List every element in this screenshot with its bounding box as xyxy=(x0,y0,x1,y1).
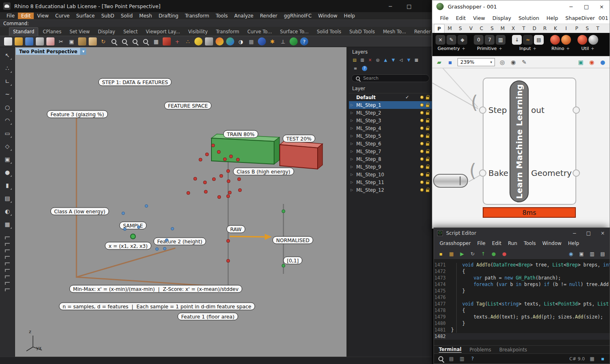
gh-util-steel-ball-icon[interactable] xyxy=(588,35,598,45)
layer-row-ml-step-12[interactable]: ▷ML_Step_12 xyxy=(349,186,432,194)
rotate-view-icon[interactable]: ↻ xyxy=(99,37,107,46)
se-search-icon[interactable] xyxy=(438,355,444,362)
layer-lock-icon[interactable] xyxy=(426,128,429,130)
code-line-1473[interactable]: 1473 var path = new GH_Path(branch); xyxy=(434,275,610,281)
shaded-view-icon[interactable] xyxy=(258,37,266,46)
layer-row-ml-step-3[interactable]: ▷ML_Step_3 xyxy=(349,117,432,124)
panel-tab-mark[interactable] xyxy=(5,262,10,265)
layer-lock-icon[interactable] xyxy=(426,174,429,177)
expand-caret-icon[interactable]: ▷ xyxy=(351,142,354,145)
layer-lock-icon[interactable] xyxy=(426,182,429,184)
menu-help[interactable]: Help xyxy=(341,13,358,19)
gh-menu-help[interactable]: Help xyxy=(543,14,562,22)
gh-group-expand-icon[interactable]: + xyxy=(533,46,536,51)
menu-tools[interactable]: Tools xyxy=(212,13,231,19)
gh-category-tab-m-1[interactable]: M xyxy=(444,24,455,33)
layer-visibility-bulb-icon[interactable] xyxy=(420,126,424,130)
code-line-1476[interactable]: 1476 xyxy=(434,294,610,301)
se-split-columns-icon[interactable]: ▥ xyxy=(589,251,595,257)
delete-layer-icon[interactable]: × xyxy=(367,56,373,63)
se-menu-file[interactable]: File xyxy=(474,240,489,247)
code-line-1480[interactable]: 1480 } xyxy=(434,320,610,327)
toolbar-tab-display[interactable]: Display xyxy=(94,28,119,36)
gh-category-tab-p-0[interactable]: P xyxy=(434,24,444,33)
se-package-icon[interactable]: ▦ xyxy=(448,251,455,257)
se-step-icon[interactable]: ↑ xyxy=(480,251,486,257)
panel-tab-mark[interactable] xyxy=(5,243,10,246)
cut-icon[interactable]: ✂ xyxy=(57,37,65,46)
code-line-1475[interactable]: 1475 } xyxy=(434,288,610,294)
code-line-1481[interactable]: 1481} xyxy=(434,327,610,333)
chevron-down-icon[interactable]: ▼ xyxy=(80,48,86,55)
se-maximize-button[interactable]: □ xyxy=(586,230,591,236)
menu-surface[interactable]: Surface xyxy=(73,13,98,19)
layer-visibility-bulb-icon[interactable] xyxy=(420,103,424,107)
gh-panel-icon[interactable]: ▤ xyxy=(534,35,544,45)
se-split-rows-icon[interactable]: ▤ xyxy=(599,251,606,257)
gh-output-grip[interactable] xyxy=(573,106,580,114)
gh-category-tab-s-14[interactable]: S xyxy=(582,24,593,33)
rectangle-tool-icon[interactable]: ▭ xyxy=(2,128,12,138)
layers-help-icon[interactable]: ? xyxy=(362,66,367,71)
se-menu-window[interactable]: Window xyxy=(539,240,565,247)
se-help-icon[interactable]: ? xyxy=(469,355,476,362)
code-line-1477[interactable]: 1477 void Tag(List<string> texts, List<P… xyxy=(434,301,610,307)
delete-icon[interactable] xyxy=(46,37,54,46)
panel-tab-mark[interactable] xyxy=(5,288,10,291)
layer-visibility-bulb-icon[interactable] xyxy=(420,188,424,192)
se-eye-icon[interactable]: ◉ xyxy=(568,251,574,257)
layer-visibility-bulb-icon[interactable] xyxy=(420,165,424,169)
toolbar-tab-surface-to[interactable]: Surface To... xyxy=(277,28,312,36)
layer-row-ml-step-9[interactable]: ▷ML_Step_9 xyxy=(349,163,432,171)
gh-component-frame[interactable] xyxy=(483,78,576,205)
earth-icon[interactable] xyxy=(290,37,298,46)
rhino-maximize-button[interactable]: □ xyxy=(407,3,412,9)
copy-icon[interactable]: ▣ xyxy=(68,37,76,46)
expand-caret-icon[interactable]: ▷ xyxy=(351,165,354,169)
layer-row-ml-step-1[interactable]: ▷ML_Step_1 xyxy=(349,101,432,109)
layers-search-input[interactable]: Search xyxy=(351,74,429,82)
toolbar-tab-solid-tools[interactable]: Solid Tools xyxy=(313,28,345,36)
toolbar-tab-cplanes[interactable]: CPlanes xyxy=(39,28,65,36)
pan-icon[interactable] xyxy=(89,37,97,46)
gh-component-capsule[interactable]: Learn Machine Learning xyxy=(510,80,529,202)
menu-drafting[interactable]: Drafting xyxy=(155,13,182,19)
toolbar-tab-subd-tools[interactable]: SubD Tools xyxy=(346,28,379,36)
se-menu-grasshopper[interactable]: Grasshopper xyxy=(436,240,474,247)
expand-caret-icon[interactable]: ▷ xyxy=(351,134,354,138)
toolbar-tab-viewport-lay[interactable]: Viewport Lay... xyxy=(142,28,184,36)
new-layer-icon[interactable]: ▤ xyxy=(351,56,358,63)
layer-visibility-bulb-icon[interactable] xyxy=(420,119,424,122)
layer-visibility-bulb-icon[interactable] xyxy=(420,157,424,161)
layer-visibility-bulb-icon[interactable] xyxy=(420,150,424,153)
menu-edit[interactable]: Edit xyxy=(18,13,34,19)
layer-lock-icon[interactable] xyxy=(426,112,429,115)
expand-caret-icon[interactable]: ▷ xyxy=(351,157,354,161)
gh-import-icon[interactable]: ↓ xyxy=(512,35,522,45)
menu-curve[interactable]: Curve xyxy=(52,13,73,19)
layer-lock-icon[interactable] xyxy=(426,120,429,123)
gh-graph-mapper-icon[interactable]: ≈ xyxy=(523,35,533,45)
se-minimize-button[interactable]: − xyxy=(573,230,577,236)
zoom-extents-icon[interactable] xyxy=(142,37,150,46)
layer-row-ml-step-6[interactable]: ▷ML_Step_6 xyxy=(349,140,432,147)
gh-category-tab-v-3[interactable]: V xyxy=(466,24,476,33)
gh-output-geometry[interactable]: Geometry xyxy=(531,168,572,178)
gh-focus-icon[interactable]: ◎ xyxy=(499,58,506,66)
sphere-tool-icon[interactable]: ● xyxy=(2,167,12,177)
toolbar-tab-visibility[interactable]: Visibility xyxy=(185,28,211,36)
gh-param-x-icon[interactable]: × xyxy=(436,35,445,45)
gh-input-bake[interactable]: Bake xyxy=(488,168,508,178)
gh-param-pencil-icon[interactable]: ✎ xyxy=(447,35,456,45)
layer-lock-icon[interactable] xyxy=(426,166,429,169)
cylinder-tool-icon[interactable]: ▮ xyxy=(2,180,12,190)
gh-category-tab-k-11[interactable]: K xyxy=(550,24,561,33)
move-down-icon[interactable]: ▼ xyxy=(390,56,396,63)
panel-tab-mark[interactable] xyxy=(5,256,10,259)
gh-menu-shapediver[interactable]: ShapeDiver xyxy=(562,14,598,22)
se-tab-terminal[interactable]: Terminal xyxy=(439,347,462,353)
code-line-1478[interactable]: 1478 { xyxy=(434,307,610,314)
gh-category-tab-s-2[interactable]: S xyxy=(455,24,466,33)
gh-menu-solution[interactable]: Solution xyxy=(515,14,543,22)
layer-row-ml-step-4[interactable]: ▷ML_Step_4 xyxy=(349,124,432,132)
